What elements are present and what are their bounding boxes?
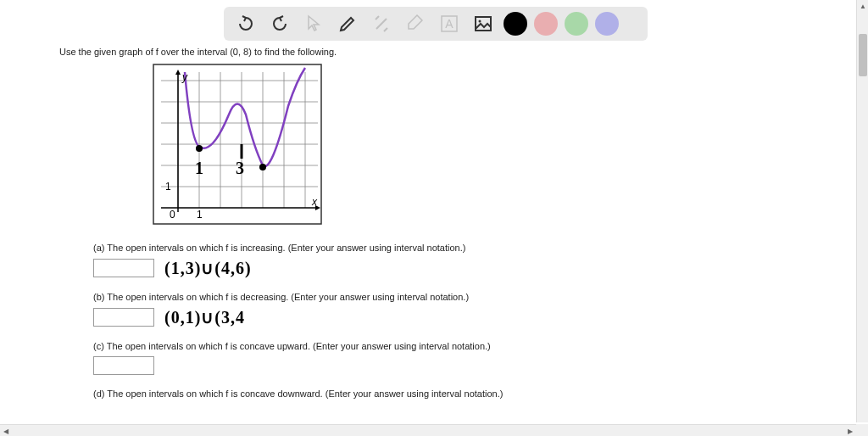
graph-figure: y x 0 1 1 1 3: [153, 64, 805, 227]
color-green[interactable]: [565, 12, 588, 36]
annotation-3: 3: [236, 159, 244, 177]
color-purple[interactable]: [595, 12, 619, 36]
answer-input-b[interactable]: [93, 308, 154, 327]
vertical-scrollbar[interactable]: ▲: [856, 0, 868, 422]
horizontal-scrollbar[interactable]: ◀ ▶: [0, 424, 856, 436]
image-icon: [473, 14, 493, 34]
answer-input-a[interactable]: [93, 259, 154, 277]
eraser-button[interactable]: [402, 10, 429, 37]
image-button[interactable]: [470, 10, 497, 37]
question-c-text: (c) The open intervals on which f is con…: [93, 341, 805, 351]
origin-label: 0: [170, 209, 175, 221]
svg-point-21: [259, 164, 266, 170]
annotation-1: 1: [195, 159, 203, 177]
instruction-text: Use the given graph of f over the interv…: [59, 47, 805, 57]
scrollbar-corner: [856, 424, 868, 436]
question-d-text: (d) The open intervals on which f is con…: [93, 388, 805, 399]
text-button[interactable]: A: [436, 10, 463, 37]
pen-icon: [337, 14, 358, 34]
question-b-text: (b) The open intervals on which f is dec…: [93, 292, 805, 302]
scroll-left-arrow-icon[interactable]: ◀: [0, 425, 12, 436]
color-black[interactable]: [504, 12, 527, 36]
redo-icon: [270, 14, 290, 34]
y-axis-label: y: [181, 71, 188, 83]
handwritten-b: (0,1)∪(3,4: [164, 307, 245, 327]
svg-text:A: A: [445, 17, 453, 31]
answer-input-c[interactable]: [93, 356, 154, 375]
undo-icon: [236, 14, 256, 34]
question-a-text: (a) The open intervals on which f is inc…: [93, 243, 805, 253]
graph-svg: y x 0 1 1 1 3: [153, 64, 322, 225]
color-pink[interactable]: [534, 12, 558, 36]
svg-point-3: [479, 20, 481, 23]
document-content: Use the given graph of f over the interv…: [59, 47, 805, 404]
handwritten-a: (1,3)∪(4,6): [164, 258, 252, 278]
answer-row-c: [93, 356, 805, 375]
x-tick-1: 1: [197, 209, 203, 221]
tools-icon: [371, 14, 392, 34]
pen-button[interactable]: [334, 10, 361, 37]
vertical-scroll-thumb[interactable]: [859, 34, 867, 76]
annotation-toolbar: A: [224, 7, 648, 41]
pointer-button[interactable]: [300, 10, 327, 37]
scroll-right-arrow-icon[interactable]: ▶: [844, 425, 856, 436]
answer-row-b: (0,1)∪(3,4: [93, 307, 805, 327]
redo-button[interactable]: [266, 10, 293, 37]
answer-row-a: (1,3)∪(4,6): [93, 258, 805, 278]
eraser-icon: [405, 14, 426, 34]
y-tick-1: 1: [165, 181, 171, 193]
x-axis-label: x: [311, 196, 318, 208]
undo-button[interactable]: [232, 10, 259, 37]
tools-button[interactable]: [368, 10, 395, 37]
scroll-up-arrow-icon[interactable]: ▲: [857, 0, 868, 12]
svg-point-20: [196, 145, 203, 152]
text-icon: A: [439, 14, 459, 34]
pointer-icon: [303, 14, 324, 34]
